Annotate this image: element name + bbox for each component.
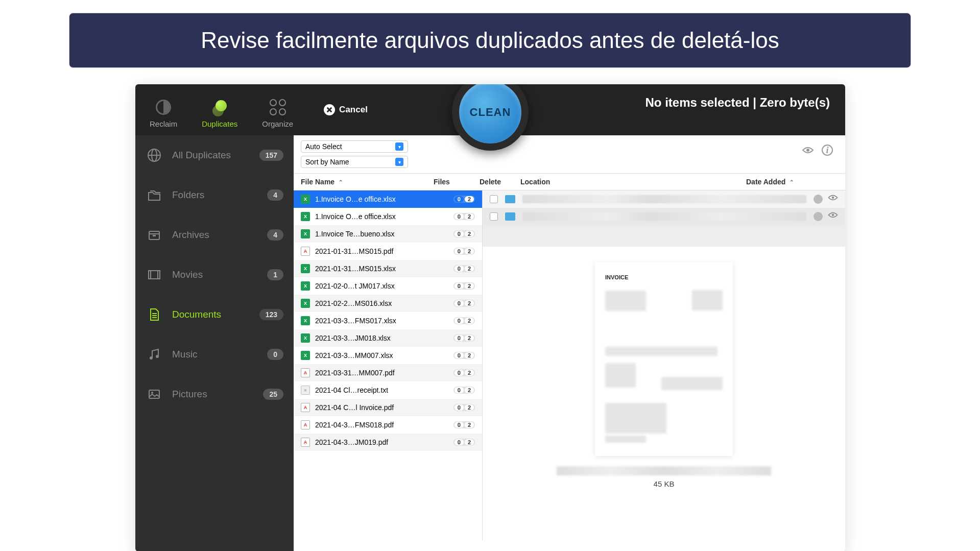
pdf-file-icon: A [301,247,310,256]
search-icon[interactable] [814,212,823,221]
close-icon [324,104,335,115]
sort-arrow-icon: ⌃ [339,179,343,185]
file-row[interactable]: ≡ 2021-04 Cl…receipt.txt 02 [294,381,482,399]
sidebar-item-all-duplicates[interactable]: All Duplicates 157 [135,135,294,175]
dup-count-pill[interactable]: 02 [453,282,475,290]
tab-reclaim[interactable]: Reclaim [150,98,177,128]
sidebar-item-label: Music [172,349,258,360]
col-delete[interactable]: Delete [480,178,520,186]
sort-dropdown[interactable]: Sort by Name ▾ [301,156,408,168]
col-files[interactable]: Files [434,178,480,186]
tab-organize[interactable]: Organize [262,98,293,128]
detail-panel: INVOICE 45 KB [483,190,845,540]
sidebar-item-archives[interactable]: Archives 4 [135,215,294,255]
dup-count-pill[interactable]: 02 [453,196,475,203]
documents-icon [146,306,163,323]
col-date[interactable]: Date Added [746,178,785,186]
detail-row[interactable] [483,208,845,225]
globe-icon [146,147,163,164]
detail-row[interactable] [483,190,845,208]
sidebar-item-pictures[interactable]: Pictures 25 [135,374,294,414]
dup-count-pill[interactable]: 02 [453,300,475,307]
dup-count-pill[interactable]: 02 [453,248,475,255]
sidebar-item-music[interactable]: Music 0 [135,334,294,374]
auto-select-label: Auto Select [305,142,342,151]
txt-file-icon: ≡ [301,386,310,395]
dup-count-pill[interactable]: 02 [453,334,475,342]
xlsx-file-icon: X [301,229,310,238]
dup-count-pill[interactable]: 02 [453,439,475,446]
dup-count-pill[interactable]: 02 [453,404,475,411]
file-row[interactable]: X 2021-03-3…FMS017.xlsx 02 [294,312,482,329]
eye-icon[interactable] [828,212,838,218]
file-name: 2021-02-0…t JM017.xlsx [315,282,448,290]
svg-point-13 [156,355,159,358]
svg-rect-5 [153,235,156,236]
file-row[interactable]: X 1.Invoice O…e office.xlsx 02 [294,208,482,225]
file-row[interactable]: X 1.Invoice O…e office.xlsx 02 [294,190,482,208]
dup-count-pill[interactable]: 02 [453,369,475,376]
dup-count-pill[interactable]: 02 [453,317,475,324]
organize-icon [270,99,286,115]
tab-duplicates[interactable]: Duplicates [202,98,237,128]
sidebar-item-documents[interactable]: Documents 123 [135,295,294,334]
dup-count-pill[interactable]: 02 [453,265,475,272]
xlsx-file-icon: X [301,351,310,360]
file-row[interactable]: X 2021-03-3…MM007.xlsx 02 [294,347,482,364]
col-filename[interactable]: File Name [301,178,334,186]
eye-icon[interactable] [802,145,814,156]
file-row[interactable]: X 1.Invoice Te…bueno.xlsx 02 [294,225,482,243]
auto-select-dropdown[interactable]: Auto Select ▾ [301,140,408,153]
dup-count-pill[interactable]: 02 [453,213,475,220]
xlsx-file-icon: X [301,299,310,308]
dup-count-pill[interactable]: 02 [453,387,475,394]
pdf-file-icon: A [301,438,310,447]
folder-icon [505,212,515,221]
sidebar-item-label: Movies [172,269,258,280]
count-badge: 1 [267,269,283,280]
dup-count-pill[interactable]: 02 [453,352,475,359]
pdf-file-icon: A [301,420,310,429]
col-location[interactable]: Location [520,178,746,186]
checkbox[interactable] [490,212,498,221]
detail-row-empty [483,225,845,247]
banner-title: Revise facilmente arquivos duplicados an… [69,13,911,68]
svg-point-16 [806,149,809,152]
cancel-button[interactable]: Cancel [324,104,368,115]
file-row[interactable]: A 2021-03-31…MM007.pdf 02 [294,364,482,381]
tab-reclaim-label: Reclaim [150,119,177,128]
pdf-file-icon: A [301,403,310,412]
file-list[interactable]: X 1.Invoice O…e office.xlsx 02X 1.Invoic… [294,190,483,540]
file-name: 2021-04 Cl…receipt.txt [315,386,448,394]
xlsx-file-icon: X [301,264,310,273]
count-badge: 123 [259,309,283,320]
sidebar-item-movies[interactable]: Movies 1 [135,255,294,295]
count-badge: 4 [267,229,283,241]
sort-arrow-icon: ⌃ [790,179,794,185]
location-blurred [522,212,806,221]
tab-organize-label: Organize [262,119,293,128]
svg-rect-14 [149,390,159,398]
file-row[interactable]: A 2021-04-3…JM019.pdf 02 [294,434,482,451]
file-row[interactable]: X 2021-03-3…JM018.xlsx 02 [294,329,482,347]
file-row[interactable]: X 2021-02-2…MS016.xlsx 02 [294,295,482,312]
dup-count-pill[interactable]: 02 [453,230,475,237]
file-row[interactable]: X 2021-01-31…MS015.xlsx 02 [294,260,482,277]
file-name: 2021-04-3…FMS018.pdf [315,421,448,429]
eye-icon[interactable] [828,195,838,201]
checkbox[interactable] [490,195,498,203]
file-row[interactable]: A 2021-04-3…FMS018.pdf 02 [294,416,482,434]
search-icon[interactable] [814,195,823,204]
dup-count-pill[interactable]: 02 [453,421,475,428]
location-blurred [522,195,806,203]
folders-icon [146,186,163,204]
chevron-down-icon: ▾ [395,142,403,151]
file-row[interactable]: X 2021-02-0…t JM017.xlsx 02 [294,277,482,295]
sidebar-item-folders[interactable]: Folders 4 [135,175,294,215]
file-name: 2021-02-2…MS016.xlsx [315,299,448,307]
info-icon[interactable]: i [822,145,833,156]
file-row[interactable]: A 2021-01-31…MS015.pdf 02 [294,243,482,260]
tab-duplicates-label: Duplicates [202,119,237,128]
duplicates-icon [212,100,227,114]
file-row[interactable]: A 2021-04 C…l Invoice.pdf 02 [294,399,482,416]
